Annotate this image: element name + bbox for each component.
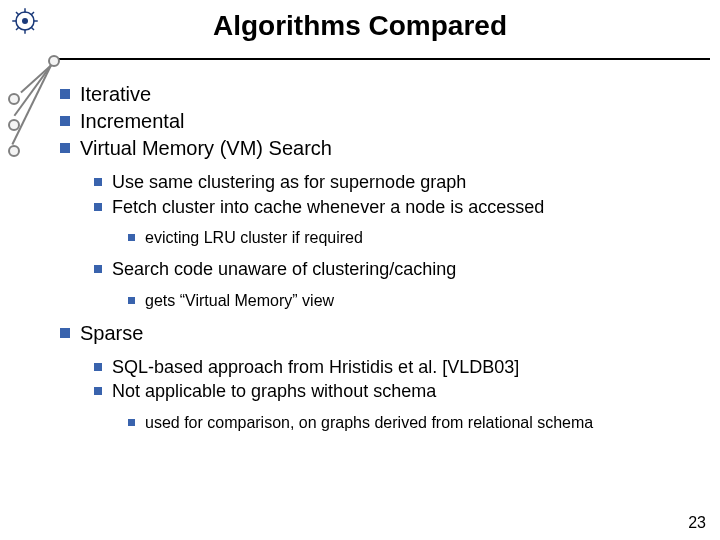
bullet-icon	[128, 297, 135, 304]
slide-title: Algorithms Compared	[0, 10, 720, 42]
bullet-icon	[128, 234, 135, 241]
list-item-label: Incremental	[80, 109, 700, 134]
list-item-label: Sparse	[80, 321, 700, 346]
list-item: evicting LRU cluster if required	[128, 228, 700, 248]
list-item: Incremental	[60, 109, 700, 134]
list-item: Not applicable to graphs without schema	[94, 380, 700, 403]
bullet-icon	[94, 178, 102, 186]
bullet-icon	[94, 203, 102, 211]
tree-node	[8, 93, 20, 105]
bullet-icon	[60, 143, 70, 153]
list-item-label: Virtual Memory (VM) Search	[80, 136, 700, 161]
list-item: gets “Virtual Memory” view	[128, 291, 700, 311]
list-item-label: Search code unaware of clustering/cachin…	[112, 258, 700, 281]
list-item-label: SQL-based approach from Hristidis et al.…	[112, 356, 700, 379]
slide-body: Iterative Incremental Virtual Memory (VM…	[60, 80, 700, 435]
bullet-icon	[60, 328, 70, 338]
tree-edge	[11, 65, 51, 145]
list-item: SQL-based approach from Hristidis et al.…	[94, 356, 700, 379]
bullet-icon	[94, 387, 102, 395]
list-item-label: Iterative	[80, 82, 700, 107]
tree-node	[8, 145, 20, 157]
list-item: Sparse	[60, 321, 700, 346]
list-item-label: Fetch cluster into cache whenever a node…	[112, 196, 700, 219]
list-item-label: evicting LRU cluster if required	[145, 228, 700, 248]
list-item-label: Not applicable to graphs without schema	[112, 380, 700, 403]
list-item-label: gets “Virtual Memory” view	[145, 291, 700, 311]
bullet-icon	[60, 89, 70, 99]
bullet-icon	[128, 419, 135, 426]
list-item-label: used for comparison, on graphs derived f…	[145, 413, 700, 433]
bullet-icon	[94, 363, 102, 371]
title-underline	[55, 58, 710, 60]
list-item-label: Use same clustering as for supernode gra…	[112, 171, 700, 194]
page-number: 23	[688, 514, 706, 532]
list-item: Use same clustering as for supernode gra…	[94, 171, 700, 194]
list-item: used for comparison, on graphs derived f…	[128, 413, 700, 433]
list-item: Virtual Memory (VM) Search	[60, 136, 700, 161]
bullet-icon	[60, 116, 70, 126]
list-item: Iterative	[60, 82, 700, 107]
list-item: Search code unaware of clustering/cachin…	[94, 258, 700, 281]
bullet-icon	[94, 265, 102, 273]
list-item: Fetch cluster into cache whenever a node…	[94, 196, 700, 219]
